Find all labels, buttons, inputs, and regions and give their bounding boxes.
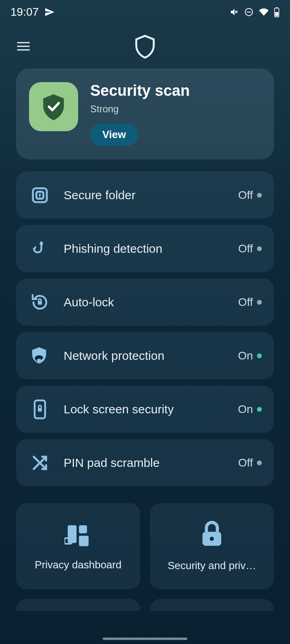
peek-row — [16, 599, 274, 611]
svg-rect-17 — [79, 536, 89, 546]
state-dot — [257, 353, 262, 358]
item-pin-pad-scramble[interactable]: PIN pad scramble Off — [16, 439, 274, 486]
svg-rect-8 — [39, 195, 41, 197]
security-scan-card[interactable]: Security scan Strong View — [16, 68, 274, 159]
item-auto-lock[interactable]: Auto-lock Off — [16, 279, 274, 326]
card-privacy-dashboard[interactable]: Privacy dashboard — [16, 503, 140, 589]
item-secure-folder[interactable]: Secure folder Off — [16, 171, 274, 219]
svg-point-9 — [39, 242, 43, 245]
shield-check-icon — [41, 92, 66, 121]
status-bar: 19:07 — [0, 0, 290, 24]
item-state: On — [238, 403, 262, 416]
state-dot — [257, 300, 262, 305]
status-right — [230, 7, 280, 17]
card-security-and-privacy[interactable]: Security and priv… — [150, 503, 274, 589]
item-label: Network protection — [64, 349, 224, 363]
wifi-icon — [259, 7, 269, 17]
app-logo-shield-icon — [135, 33, 155, 59]
svg-rect-16 — [79, 525, 87, 533]
item-state: Off — [238, 189, 262, 202]
state-dot — [257, 460, 262, 465]
item-label: Auto-lock — [64, 295, 224, 309]
network-protection-icon — [30, 346, 50, 366]
dnd-icon — [244, 7, 254, 17]
peek-card[interactable] — [150, 599, 274, 611]
send-icon — [44, 7, 55, 17]
scan-badge — [29, 82, 78, 131]
nav-handle[interactable] — [103, 638, 187, 640]
item-label: Secure folder — [64, 188, 224, 202]
item-label: Phishing detection — [64, 242, 224, 256]
item-state: On — [238, 349, 262, 362]
status-left: 19:07 — [10, 6, 55, 19]
peek-card[interactable] — [16, 599, 140, 611]
item-label: PIN pad scramble — [64, 456, 224, 470]
item-phishing-detection[interactable]: Phishing detection Off — [16, 225, 274, 272]
item-state: Off — [238, 456, 262, 469]
status-time: 19:07 — [10, 6, 39, 19]
svg-rect-12 — [38, 408, 42, 411]
card-label: Security and priv… — [157, 559, 267, 572]
state-dot — [257, 193, 262, 198]
phishing-icon — [30, 239, 50, 258]
scan-status: Strong — [90, 103, 190, 115]
item-state: Off — [238, 242, 262, 255]
item-network-protection[interactable]: Network protection On — [16, 332, 274, 379]
auto-lock-icon — [30, 293, 50, 312]
item-label: Lock screen security — [64, 402, 224, 416]
card-label: Privacy dashboard — [23, 559, 133, 571]
settings-list: Secure folder Off Phishing detection Off — [16, 171, 274, 486]
item-state: Off — [238, 296, 262, 309]
item-lock-screen-security[interactable]: Lock screen security On — [16, 386, 274, 433]
menu-button[interactable] — [17, 42, 30, 51]
svg-rect-4 — [275, 12, 278, 16]
dashboard-icon — [64, 522, 92, 548]
app-header — [0, 24, 290, 68]
lock-screen-icon — [30, 399, 50, 420]
battery-icon — [274, 7, 280, 17]
scramble-icon — [30, 454, 50, 472]
view-button[interactable]: View — [90, 124, 138, 146]
scan-title: Security scan — [90, 82, 190, 99]
state-dot — [257, 407, 262, 412]
state-dot — [257, 246, 262, 251]
mute-icon — [230, 7, 239, 17]
secure-folder-icon — [30, 186, 50, 204]
svg-point-20 — [210, 537, 214, 541]
svg-rect-3 — [276, 7, 278, 8]
cards-row: Privacy dashboard Security and priv… — [16, 503, 274, 589]
lock-icon — [200, 521, 224, 549]
